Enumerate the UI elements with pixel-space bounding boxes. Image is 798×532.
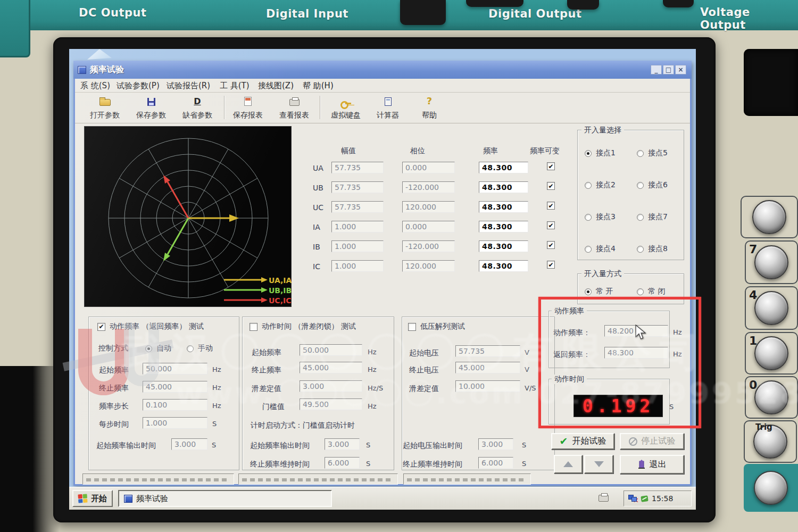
freq-variable-checkbox[interactable] bbox=[547, 162, 555, 170]
task-button-frequency-test[interactable]: 频率试验 bbox=[118, 490, 332, 507]
toolbar-open-params[interactable]: 打开参数 bbox=[82, 94, 128, 122]
end-voltage-input[interactable]: 45.000 bbox=[455, 362, 520, 373]
menu-wiring-diagram[interactable]: 接线图(Z) bbox=[258, 81, 294, 91]
key-4: 4 bbox=[745, 286, 798, 330]
threshold-input[interactable]: 49.500 bbox=[300, 398, 362, 410]
toolbar-virtual-keyboard[interactable]: 虚拟键盘 bbox=[322, 94, 370, 122]
phase-input[interactable]: 120.000 bbox=[402, 201, 455, 213]
start-freq-out-time-input[interactable]: 3.000 bbox=[171, 438, 207, 450]
normally-open-radio[interactable]: 常 开 bbox=[585, 287, 613, 296]
toolbar-save-params[interactable]: 保存参数 bbox=[128, 94, 174, 122]
voltage-test-checkbox-row[interactable]: 低压解列测试 bbox=[408, 322, 465, 331]
start-voltage-input[interactable]: 57.735 bbox=[455, 345, 520, 357]
exit-button[interactable]: 退出 bbox=[620, 455, 684, 474]
toolbar-default-params[interactable]: D缺省参数 bbox=[174, 94, 220, 122]
phase-input[interactable]: -120.000 bbox=[402, 181, 455, 193]
minimize-button[interactable]: _ bbox=[651, 65, 662, 74]
app-icon bbox=[78, 66, 86, 74]
freq-step-input[interactable]: 0.100 bbox=[143, 399, 207, 411]
amp-input[interactable]: 1.000 bbox=[331, 221, 384, 232]
end-freq-input[interactable]: 45.000 bbox=[143, 381, 207, 393]
manual-radio[interactable]: 手动 bbox=[187, 344, 213, 353]
svg-text:UB,IB: UB,IB bbox=[269, 286, 292, 295]
freq-test-checkbox bbox=[97, 323, 105, 331]
freq-input[interactable]: 48.300 bbox=[479, 221, 528, 232]
step-time-input[interactable]: 1.000 bbox=[143, 417, 207, 429]
menu-system[interactable]: 系 统(S) bbox=[80, 81, 110, 91]
tray-status-icon[interactable] bbox=[641, 495, 648, 502]
key-trig-label: Trig bbox=[755, 422, 772, 432]
contact-6-radio[interactable]: 接点6 bbox=[637, 180, 668, 190]
freq-input[interactable]: 48.300 bbox=[479, 240, 528, 252]
amp-input[interactable]: 57.735 bbox=[331, 201, 384, 213]
start-check-icon: ✔ bbox=[560, 436, 568, 446]
freq-input[interactable]: 48.300 bbox=[479, 162, 528, 173]
contact-8-radio[interactable]: 接点8 bbox=[637, 244, 668, 254]
freq-input[interactable]: 48.300 bbox=[479, 201, 528, 213]
down-button[interactable] bbox=[584, 455, 613, 473]
amp-input[interactable]: 1.000 bbox=[331, 260, 384, 272]
cable bbox=[567, 0, 599, 10]
freq-test-checkbox-row[interactable]: 动作频率 （返回频率） 测试 bbox=[97, 322, 204, 331]
maximize-button[interactable]: □ bbox=[663, 65, 674, 74]
t2-end-freq-input[interactable]: 45.000 bbox=[300, 362, 362, 373]
network-offline-icon[interactable]: ✕ bbox=[628, 495, 637, 502]
up-button[interactable] bbox=[554, 455, 583, 473]
status-segment bbox=[238, 473, 398, 485]
start-freq-label: 起始频率 bbox=[99, 365, 129, 375]
stop-test-button[interactable]: 停止试验 bbox=[620, 433, 684, 450]
toolbar-view-report[interactable]: 查看报表 bbox=[271, 94, 317, 122]
t2-end-hold-time-input[interactable]: 6.000 bbox=[325, 457, 360, 469]
amp-input[interactable]: 57.735 bbox=[331, 181, 384, 193]
row-label: IC bbox=[313, 262, 320, 271]
toolbar: 打开参数 保存参数 D缺省参数 保存报表 查看报表 虚拟键盘 计算器 ?帮助 bbox=[75, 93, 690, 123]
time-test-checkbox-row[interactable]: 动作时间 （滑差闭锁） 测试 bbox=[250, 322, 356, 331]
v-slip-value-input[interactable]: 10.000 bbox=[455, 380, 520, 392]
start-voltage-out-time-input[interactable]: 3.000 bbox=[478, 438, 513, 450]
contact-7-radio[interactable]: 接点7 bbox=[637, 212, 668, 222]
menu-test-params[interactable]: 试验参数(P) bbox=[117, 81, 160, 91]
amp-input[interactable]: 57.735 bbox=[331, 162, 384, 173]
toolbar-help[interactable]: ?帮助 bbox=[412, 94, 446, 122]
contact-5-radio[interactable]: 接点5 bbox=[637, 148, 668, 158]
contact-1-radio[interactable]: 接点1 bbox=[585, 148, 616, 158]
amp-input[interactable]: 1.000 bbox=[331, 240, 384, 252]
row-label: UA bbox=[313, 164, 323, 172]
contact-4-radio[interactable]: 接点4 bbox=[585, 244, 616, 254]
menu-help[interactable]: 帮 助(H) bbox=[303, 81, 334, 91]
phase-input[interactable]: 0.000 bbox=[402, 221, 455, 232]
start-menu-button[interactable]: 开始 bbox=[72, 490, 113, 507]
stop-icon bbox=[629, 437, 637, 446]
freq-input[interactable]: 48.300 bbox=[479, 181, 528, 193]
slip-value-input[interactable]: 3.000 bbox=[300, 380, 362, 392]
phase-input[interactable]: -120.000 bbox=[402, 240, 455, 252]
toolbar-save-report[interactable]: 保存报表 bbox=[225, 94, 271, 122]
phasor-diagram: UA,IA UB,IB UC,IC bbox=[84, 126, 292, 307]
phase-input[interactable]: 0.000 bbox=[402, 162, 455, 173]
freq-variable-checkbox[interactable] bbox=[547, 202, 555, 210]
key-0-button bbox=[754, 380, 788, 414]
freq-variable-checkbox[interactable] bbox=[547, 221, 555, 229]
phase-input[interactable]: 120.000 bbox=[402, 260, 455, 272]
clock[interactable]: 15:58 bbox=[652, 494, 673, 503]
t2-start-freq-input[interactable]: 50.000 bbox=[300, 344, 362, 356]
close-button[interactable]: × bbox=[675, 65, 686, 74]
window-titlebar[interactable]: 频率试验 _ □ × bbox=[73, 61, 692, 79]
menu-test-report[interactable]: 试验报告(R) bbox=[167, 81, 210, 91]
t2-start-out-time-input[interactable]: 3.000 bbox=[325, 438, 360, 450]
start-test-button[interactable]: ✔开始试验 bbox=[551, 433, 614, 450]
freq-variable-checkbox[interactable] bbox=[547, 182, 555, 190]
contact-2-radio[interactable]: 接点2 bbox=[585, 180, 616, 190]
auto-radio[interactable]: 自动 bbox=[145, 344, 171, 353]
freq-variable-checkbox[interactable] bbox=[547, 241, 555, 249]
contact-3-radio[interactable]: 接点3 bbox=[585, 212, 616, 222]
freq-variable-checkbox[interactable] bbox=[547, 261, 555, 269]
start-freq-input[interactable]: 50.000 bbox=[143, 363, 207, 375]
taskbar-printer-icon[interactable] bbox=[598, 495, 609, 502]
toolbar-calculator[interactable]: 计算器 bbox=[369, 94, 407, 122]
menu-tools[interactable]: 工 具(T) bbox=[220, 81, 250, 91]
v-end-hold-time-input[interactable]: 6.000 bbox=[478, 457, 513, 469]
row-label: IA bbox=[313, 223, 320, 231]
normally-closed-radio[interactable]: 常 闭 bbox=[637, 287, 665, 296]
freq-input[interactable]: 48.300 bbox=[479, 260, 528, 272]
